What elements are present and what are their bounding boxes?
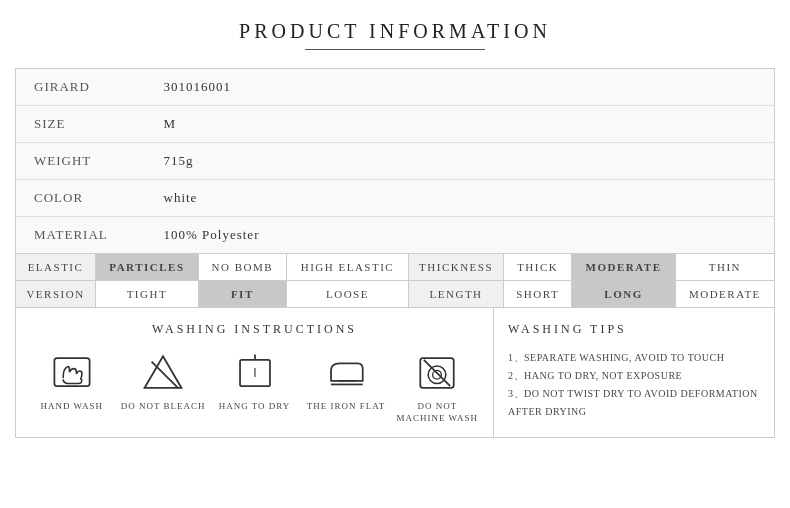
- version-length-row: VERSION TIGHT FIT LOOSE LENGTH SHORT LON…: [16, 281, 775, 308]
- iron-flat-item: THE IRON FLAT: [300, 351, 391, 413]
- no-bleach-icon: [141, 351, 185, 395]
- version-label: VERSION: [16, 281, 96, 308]
- elastic-thickness-row: ELASTIC PARTICLES NO BOMB HIGH ELASTIC T…: [16, 254, 775, 281]
- elastic-highelastic: HIGH ELASTIC: [286, 254, 408, 281]
- info-row: WEIGHT 715g: [16, 143, 775, 180]
- no-bleach-label: DO NOT BLEACH: [121, 401, 206, 413]
- length-moderate: MODERATE: [675, 281, 774, 308]
- no-bleach-item: DO NOT BLEACH: [117, 351, 208, 413]
- title-underline: [305, 49, 485, 50]
- no-machine-wash-item: DO NOT MACHINE WASH: [392, 351, 483, 424]
- iron-flat-icon: [324, 351, 368, 395]
- tip-item: HANG TO DRY, NOT EXPOSURE: [508, 367, 760, 385]
- washing-instructions: WASHING INSTRUCTIONS HAND WASH: [16, 308, 494, 437]
- thickness-thin: THIN: [675, 254, 774, 281]
- info-label: MATERIAL: [16, 217, 146, 254]
- tips-list: SEPARATE WASHING, AVOID TO TOUCHHANG TO …: [508, 349, 760, 421]
- hang-dry-icon: I: [233, 351, 277, 395]
- info-row: SIZE M: [16, 106, 775, 143]
- thickness-label: THICKNESS: [409, 254, 504, 281]
- icons-row: HAND WASH DO NOT BLEACH I: [26, 351, 483, 424]
- info-value: M: [146, 106, 775, 143]
- tip-item: DO NOT TWIST DRY TO AVOID DEFORMATION AF…: [508, 385, 760, 421]
- hand-wash-item: HAND WASH: [26, 351, 117, 413]
- hang-dry-label: HANG TO DRY: [219, 401, 291, 413]
- info-label: GIRARD: [16, 69, 146, 106]
- svg-text:I: I: [253, 366, 256, 380]
- version-loose: LOOSE: [286, 281, 408, 308]
- tip-item: SEPARATE WASHING, AVOID TO TOUCH: [508, 349, 760, 367]
- info-value: 301016001: [146, 69, 775, 106]
- bottom-section: WASHING INSTRUCTIONS HAND WASH: [15, 308, 775, 438]
- title-section: PRODUCT INFORMATION: [15, 20, 775, 50]
- no-machine-wash-icon: [415, 351, 459, 395]
- svg-point-9: [429, 366, 447, 384]
- elastic-nobomb: NO BOMB: [198, 254, 286, 281]
- version-fit: FIT: [198, 281, 286, 308]
- hand-wash-icon: [50, 351, 94, 395]
- svg-point-10: [433, 370, 442, 379]
- version-tight: TIGHT: [96, 281, 199, 308]
- hang-dry-item: I HANG TO DRY: [209, 351, 300, 413]
- length-short: SHORT: [504, 281, 572, 308]
- info-table: GIRARD 301016001 SIZE M WEIGHT 715g COLO…: [15, 68, 775, 254]
- info-row: MATERIAL 100% Polyester: [16, 217, 775, 254]
- iron-flat-label: THE IRON FLAT: [307, 401, 386, 413]
- thickness-thick: THICK: [504, 254, 572, 281]
- info-value: 100% Polyester: [146, 217, 775, 254]
- info-row: COLOR white: [16, 180, 775, 217]
- elastic-particles: PARTICLES: [96, 254, 199, 281]
- info-label: COLOR: [16, 180, 146, 217]
- product-info-page: PRODUCT INFORMATION GIRARD 301016001 SIZ…: [0, 0, 790, 458]
- length-label: LENGTH: [409, 281, 504, 308]
- svg-rect-0: [54, 358, 89, 386]
- info-value: 715g: [146, 143, 775, 180]
- no-machine-wash-label: DO NOT MACHINE WASH: [392, 401, 483, 424]
- info-label: SIZE: [16, 106, 146, 143]
- info-label: WEIGHT: [16, 143, 146, 180]
- info-value: white: [146, 180, 775, 217]
- washing-instructions-title: WASHING INSTRUCTIONS: [26, 322, 483, 337]
- length-long: LONG: [572, 281, 676, 308]
- thickness-moderate: MODERATE: [572, 254, 676, 281]
- hand-wash-label: HAND WASH: [40, 401, 103, 413]
- attr-table: ELASTIC PARTICLES NO BOMB HIGH ELASTIC T…: [15, 254, 775, 308]
- elastic-label: ELASTIC: [16, 254, 96, 281]
- info-row: GIRARD 301016001: [16, 69, 775, 106]
- page-title: PRODUCT INFORMATION: [15, 20, 775, 43]
- washing-tips-title: WASHING TIPS: [508, 322, 760, 337]
- washing-tips-section: WASHING TIPS SEPARATE WASHING, AVOID TO …: [494, 308, 774, 437]
